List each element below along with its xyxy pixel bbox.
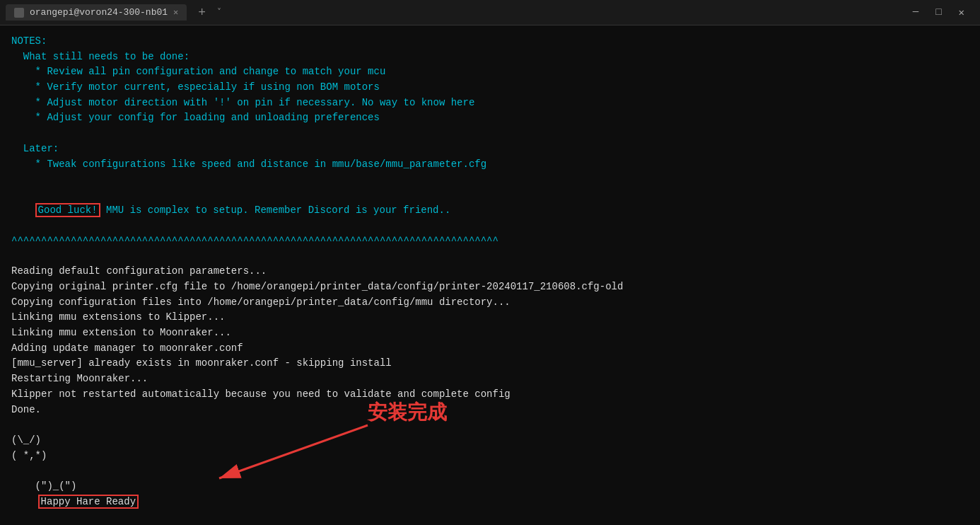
window-controls: ─ □ ✕	[909, 5, 974, 20]
terminal-line: Linking mmu extensions to Klipper...	[11, 310, 969, 325]
happy-hare-highlighted: Happy Hare Ready	[38, 495, 139, 509]
good-luck-line: Good luck! MMU is complex to setup. Reme…	[11, 188, 969, 233]
terminal-line: Copying configuration files into /home/o…	[11, 295, 969, 311]
active-tab[interactable]: orangepi@voron24-300-nb01 ✕	[6, 4, 187, 21]
separator-line: ^^^^^^^^^^^^^^^^^^^^^^^^^^^^^^^^^^^^^^^^…	[11, 233, 969, 249]
terminal-line-blank	[11, 417, 969, 433]
terminal-line-blank	[11, 126, 969, 142]
maximize-button[interactable]: □	[931, 5, 945, 20]
terminal-line: Restarting Moonraker...	[11, 371, 969, 387]
terminal-line: [mmu_server] already exists in moonraker…	[11, 356, 969, 371]
terminal-line: * Adjust your config for loading and unl…	[11, 110, 969, 126]
tab-close-icon[interactable]: ✕	[173, 7, 178, 18]
titlebar-left: orangepi@voron24-300-nb01 ✕ + ˅	[6, 4, 909, 21]
terminal-area: NOTES: What still needs to be done: * Re…	[0, 25, 980, 525]
terminal-line: Later:	[11, 142, 969, 157]
terminal-line: * Adjust motor direction with '!' on pin…	[11, 96, 969, 111]
terminal-line: Adding update manager to moonraker.conf	[11, 341, 969, 357]
terminal-line-blank	[11, 249, 969, 265]
good-luck-highlighted: Good luck!	[35, 203, 100, 217]
ascii-art-2: ( *,*)	[11, 449, 969, 464]
minimize-button[interactable]: ─	[909, 5, 923, 20]
tab-label: orangepi@voron24-300-nb01	[30, 7, 168, 18]
tab-dropdown-icon[interactable]: ˅	[217, 7, 221, 18]
happy-hare-line: (")_(") Happy Hare Ready	[11, 463, 969, 525]
titlebar: orangepi@voron24-300-nb01 ✕ + ˅ ─ □ ✕	[0, 0, 980, 25]
terminal-line: What still needs to be done:	[11, 50, 969, 65]
terminal-line: * Review all pin configuration and chang…	[11, 64, 969, 80]
ascii-art-1: (\_/)	[11, 433, 969, 449]
terminal-line: Reading default configuration parameters…	[11, 264, 969, 279]
terminal-line: * Tweak configurations like speed and di…	[11, 157, 969, 173]
new-tab-button[interactable]: +	[192, 6, 211, 20]
terminal-line: * Verify motor current, especially if us…	[11, 80, 969, 96]
tab-icon	[14, 8, 24, 18]
close-window-button[interactable]: ✕	[955, 5, 969, 20]
terminal-line: Done.	[11, 403, 969, 418]
terminal-line: Copying original printer.cfg file to /ho…	[11, 279, 969, 295]
terminal-line: Klipper not restarted automatically beca…	[11, 387, 969, 403]
terminal-line: Linking mmu extension to Moonraker...	[11, 325, 969, 341]
terminal-line-blank	[11, 172, 969, 188]
terminal-line: NOTES:	[11, 34, 969, 50]
